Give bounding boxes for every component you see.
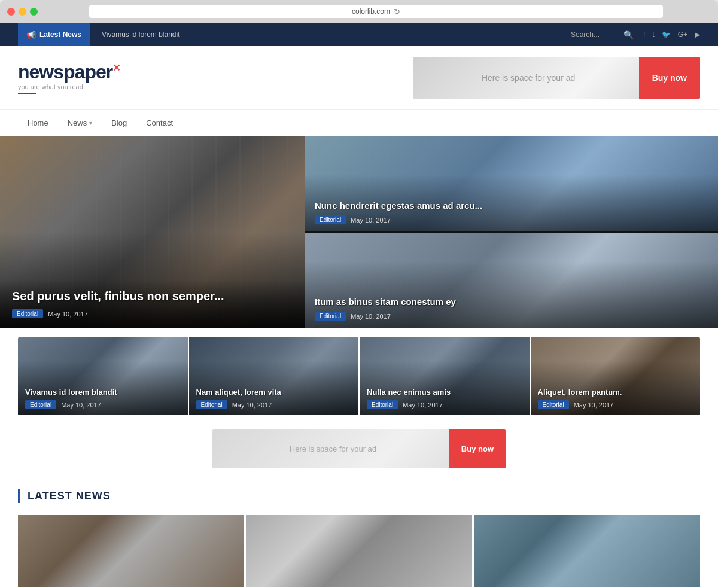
card-item-0[interactable]: Vivamus id lorem blandit Editorial May 1… bbox=[18, 337, 188, 415]
card-title-0: Vivamus id lorem blandit bbox=[25, 388, 181, 397]
hero-side-title-1: Nunc hendrerit egestas amus ad arcu... bbox=[315, 200, 708, 211]
megaphone-icon: 📢 bbox=[26, 31, 36, 39]
card-date-0: May 10, 2017 bbox=[61, 401, 101, 409]
googleplus-icon[interactable]: G+ bbox=[678, 31, 687, 39]
latest-grid bbox=[18, 515, 700, 587]
cards-section: Vivamus id lorem blandit Editorial May 1… bbox=[0, 328, 718, 415]
card-meta-1: Editorial May 10, 2017 bbox=[196, 400, 352, 409]
card-date-3: May 10, 2017 bbox=[574, 401, 614, 409]
hero-main-date: May 10, 2017 bbox=[48, 310, 88, 318]
card-badge-2: Editorial bbox=[367, 400, 398, 409]
logo-text: newspaper✕ bbox=[18, 62, 120, 81]
hero-side-date-1: May 10, 2017 bbox=[351, 217, 391, 224]
logo-x: ✕ bbox=[112, 63, 120, 73]
latest-news-tab[interactable]: 📢 Latest News bbox=[18, 23, 90, 46]
section-heading: LATEST NEWS bbox=[18, 483, 700, 503]
latest-image-0 bbox=[18, 515, 244, 587]
latest-card-0[interactable] bbox=[18, 515, 244, 587]
search-icon[interactable]: 🔍 bbox=[623, 30, 634, 39]
logo-tagline: you are what you read bbox=[18, 83, 120, 90]
minimize-dot[interactable] bbox=[19, 8, 26, 16]
reload-icon[interactable]: ↻ bbox=[394, 7, 400, 16]
ad-text: Here is space for your ad bbox=[482, 73, 575, 83]
browser-titlebar: colorlib.com ↻ bbox=[0, 5, 718, 23]
ticker-text: Vivamus id lorem blandit bbox=[90, 31, 571, 39]
card-badge-1: Editorial bbox=[196, 400, 227, 409]
ad-text-2: Here is space for your ad bbox=[290, 444, 376, 453]
card-overlay-1: Nam aliquet, lorem vita Editorial May 10… bbox=[189, 337, 359, 415]
hero-side-date-2: May 10, 2017 bbox=[351, 313, 391, 320]
hero-side-meta-1: Editorial May 10, 2017 bbox=[315, 215, 708, 224]
tumblr-icon[interactable]: t bbox=[652, 31, 654, 39]
buy-now-button-2[interactable]: Buy now bbox=[449, 429, 506, 468]
logo-underline bbox=[18, 93, 36, 94]
url-text: colorlib.com bbox=[352, 7, 390, 16]
hero-side-article-2[interactable]: Itum as binus sitam conestum ey Editoria… bbox=[305, 233, 718, 328]
nav-home[interactable]: Home bbox=[18, 110, 58, 136]
card-overlay-2: Nulla nec enimus amis Editorial May 10, … bbox=[360, 337, 530, 415]
card-meta-0: Editorial May 10, 2017 bbox=[25, 400, 181, 409]
card-item-3[interactable]: Aliquet, lorem pantum. Editorial May 10,… bbox=[530, 337, 701, 415]
latest-image-1 bbox=[246, 515, 472, 587]
browser-content: 📢 Latest News Vivamus id lorem blandit 🔍… bbox=[0, 23, 718, 588]
nav-news[interactable]: News ▾ bbox=[58, 110, 102, 136]
hero-side-articles: Nunc hendrerit egestas amus ad arcu... E… bbox=[305, 136, 718, 328]
hero-main-meta: Editorial May 10, 2017 bbox=[12, 309, 293, 318]
url-bar[interactable]: colorlib.com ↻ bbox=[89, 5, 663, 18]
section-heading-text: LATEST NEWS bbox=[28, 490, 111, 502]
hero-side-overlay-2: Itum as binus sitam conestum ey Editoria… bbox=[305, 290, 718, 328]
latest-image-2 bbox=[474, 515, 700, 587]
nav-blog[interactable]: Blog bbox=[102, 110, 136, 136]
social-icons: f t 🐦 G+ ▶ bbox=[643, 31, 700, 39]
section-heading-bar bbox=[18, 489, 20, 503]
main-nav: Home News ▾ Blog Contact bbox=[0, 110, 718, 136]
ad-banner-2: Here is space for your ad Buy now bbox=[212, 429, 506, 468]
latest-news-label: Latest News bbox=[39, 31, 81, 39]
header-ad-banner: Here is space for your ad Buy now bbox=[413, 57, 700, 99]
buy-now-button[interactable]: Buy now bbox=[639, 57, 700, 99]
card-badge-0: Editorial bbox=[25, 400, 56, 409]
card-overlay-3: Aliquet, lorem pantum. Editorial May 10,… bbox=[531, 337, 701, 415]
card-title-3: Aliquet, lorem pantum. bbox=[538, 388, 693, 397]
card-item-2[interactable]: Nulla nec enimus amis Editorial May 10, … bbox=[358, 337, 530, 415]
card-meta-2: Editorial May 10, 2017 bbox=[367, 400, 522, 409]
site-logo[interactable]: newspaper✕ you are what you read bbox=[18, 62, 120, 94]
cards-strip: Vivamus id lorem blandit Editorial May 1… bbox=[18, 337, 700, 415]
search-bar[interactable]: 🔍 bbox=[571, 30, 634, 39]
hero-section: Sed purus velit, finibus non semper... E… bbox=[0, 136, 718, 328]
browser-chrome: colorlib.com ↻ 📢 Latest News Vivamus id … bbox=[0, 0, 718, 588]
hero-main-overlay: Sed purus velit, finibus non semper... E… bbox=[0, 280, 305, 328]
hero-side-badge-2: Editorial bbox=[315, 312, 346, 321]
facebook-icon[interactable]: f bbox=[643, 31, 645, 39]
latest-card-2[interactable] bbox=[472, 515, 700, 587]
maximize-dot[interactable] bbox=[30, 8, 38, 16]
latest-section: LATEST NEWS bbox=[0, 483, 718, 588]
hero-side-title-2: Itum as binus sitam conestum ey bbox=[315, 297, 708, 307]
top-bar: 📢 Latest News Vivamus id lorem blandit 🔍… bbox=[0, 23, 718, 46]
search-input[interactable] bbox=[571, 31, 619, 39]
card-date-2: May 10, 2017 bbox=[403, 401, 443, 409]
card-title-1: Nam aliquet, lorem vita bbox=[196, 388, 352, 397]
hero-side-meta-2: Editorial May 10, 2017 bbox=[315, 312, 708, 321]
card-overlay-0: Vivamus id lorem blandit Editorial May 1… bbox=[18, 337, 188, 415]
youtube-icon[interactable]: ▶ bbox=[695, 31, 700, 39]
card-title-2: Nulla nec enimus amis bbox=[367, 388, 522, 397]
hero-side-overlay-1: Nunc hendrerit egestas amus ad arcu... E… bbox=[305, 193, 718, 231]
card-item-1[interactable]: Nam aliquet, lorem vita Editorial May 10… bbox=[188, 337, 359, 415]
card-badge-3: Editorial bbox=[538, 400, 569, 409]
hero-main-article[interactable]: Sed purus velit, finibus non semper... E… bbox=[0, 136, 305, 328]
twitter-icon[interactable]: 🐦 bbox=[662, 31, 671, 39]
hero-side-article-1[interactable]: Nunc hendrerit egestas amus ad arcu... E… bbox=[305, 136, 718, 233]
nav-contact[interactable]: Contact bbox=[136, 110, 182, 136]
hero-main-title: Sed purus velit, finibus non semper... bbox=[12, 290, 293, 303]
site-header: newspaper✕ you are what you read Here is… bbox=[0, 46, 718, 110]
close-dot[interactable] bbox=[7, 8, 15, 16]
hero-main-badge: Editorial bbox=[12, 309, 43, 318]
latest-card-1[interactable] bbox=[244, 515, 472, 587]
card-date-1: May 10, 2017 bbox=[232, 401, 272, 409]
ad-section-2: Here is space for your ad Buy now bbox=[0, 415, 718, 483]
card-meta-3: Editorial May 10, 2017 bbox=[538, 400, 693, 409]
chevron-down-icon: ▾ bbox=[89, 120, 92, 126]
hero-side-badge-1: Editorial bbox=[315, 215, 346, 224]
